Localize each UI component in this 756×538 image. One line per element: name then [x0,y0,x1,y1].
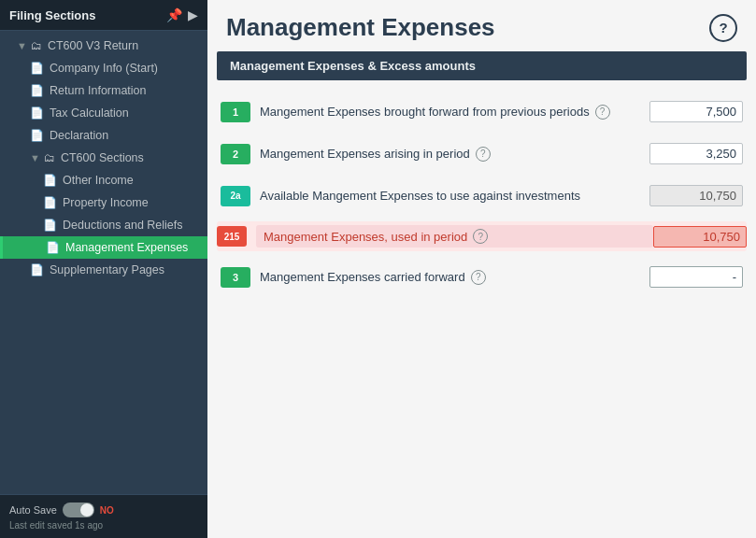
field-number-3: 3 [221,267,250,288]
form-row-field2: 2 Mangement Expenses arising in period ? [217,137,747,170]
sidebar: Filing Sections 📌 ▶ ▼ 🗂 CT600 V3 Return … [0,0,207,538]
doc-icon: 📄 [43,219,57,232]
folder-icon: 🗂 [31,39,42,52]
autosave-toggle[interactable] [63,503,94,517]
sidebar-item-deductions-reliefs[interactable]: 📄 Deductions and Reliefs [0,214,207,236]
pin-icon[interactable]: 📌 [166,7,182,22]
sidebar-item-other-income[interactable]: 📄 Other Income [0,169,207,191]
field-help-icon-215[interactable]: ? [473,229,488,244]
field-label-215: Mangement Expenses, used in period ? [256,225,653,248]
doc-icon: 📄 [30,106,44,120]
expand-icon[interactable]: ▶ [188,7,198,22]
toggle-knob [80,503,93,517]
main-content: Management Expenses ? Management Expense… [207,0,756,538]
sidebar-header-icons: 📌 ▶ [166,7,198,22]
section-header: Management Expenses & Excess amounts [217,51,747,80]
nav-label-supplementary-pages: Supplementary Pages [50,263,164,276]
nav-label-ct600-sections: CT600 Sections [61,151,144,164]
field-help-icon-2[interactable]: ? [476,147,491,162]
sidebar-title: Filing Sections [9,8,95,22]
field-number-2: 2 [221,144,250,164]
last-edit-text: Last edit saved 1s ago [9,520,198,531]
app-container: Filing Sections 📌 ▶ ▼ 🗂 CT600 V3 Return … [0,0,756,538]
nav-label-return-info: Return Information [50,84,147,97]
field-number-215: 215 [217,226,247,247]
help-icon[interactable]: ? [709,14,737,42]
sidebar-item-return-info[interactable]: 📄 Return Information [0,79,207,102]
field-help-icon-1[interactable]: ? [595,105,610,120]
sidebar-header: Filing Sections 📌 ▶ [0,0,207,31]
sidebar-item-supplementary-pages[interactable]: 📄 Supplementary Pages [0,259,207,281]
autosave-row: Auto Save NO [9,503,198,517]
page-header: Management Expenses ? [207,0,756,51]
form-row-field1: 1 Mangement Expenses brought forward fro… [217,95,747,128]
field-label-1: Mangement Expenses brought forward from … [260,105,649,120]
nav-label-property-income: Property Income [63,196,149,209]
folder-icon: 🗂 [44,151,55,164]
field-label-2: Mangement Expenses arising in period ? [260,147,649,162]
doc-icon: 📄 [46,241,60,254]
field-input-2a [649,185,743,206]
field-help-icon-3[interactable]: ? [471,270,486,285]
nav-label-declaration: Declaration [50,129,108,142]
nav-label-company-info: Company Info (Start) [50,62,158,75]
form-row-field2a: 2a Available Mangement Expenses to use a… [217,179,747,212]
nav-label-tax-calc: Tax Calculation [50,106,129,120]
doc-icon: 📄 [43,196,57,209]
field-input-215[interactable] [653,226,747,248]
nav-label-management-expenses: Management Expenses [65,241,188,254]
doc-icon: 📄 [30,84,44,97]
nav-label-other-income: Other Income [63,174,134,187]
field-input-1[interactable] [649,101,743,122]
sidebar-item-property-income[interactable]: 📄 Property Income [0,191,207,214]
sidebar-item-company-info[interactable]: 📄 Company Info (Start) [0,57,207,79]
tree-arrow-icon: ▼ [17,40,27,51]
sidebar-item-management-expenses[interactable]: 📄 Management Expenses [0,236,207,259]
sidebar-footer: Auto Save NO Last edit saved 1s ago [0,494,207,538]
form-row-field3: 3 Mangement Expenses carried forward ? [217,261,747,293]
field-number-2a: 2a [221,186,250,206]
form-area: 1 Mangement Expenses brought forward fro… [207,80,756,308]
autosave-label: Auto Save [9,504,57,516]
nav-label-deductions-reliefs: Deductions and Reliefs [63,219,183,232]
field-number-1: 1 [221,102,250,122]
form-row-field215: 215 Mangement Expenses, used in period ? [217,221,747,251]
toggle-state-label: NO [100,505,114,516]
tree-arrow-icon: ▼ [30,152,40,163]
sidebar-nav: ▼ 🗂 CT600 V3 Return 📄 Company Info (Star… [0,31,207,494]
field-input-2[interactable] [649,143,743,164]
field-input-3[interactable] [649,266,743,288]
nav-label-ct600: CT600 V3 Return [48,39,138,52]
sidebar-item-ct600-sections[interactable]: ▼ 🗂 CT600 Sections [0,147,207,169]
field-label-2a: Available Mangement Expenses to use agai… [260,189,649,203]
page-title: Management Expenses [226,13,495,42]
field-label-3: Mangement Expenses carried forward ? [260,270,649,285]
doc-icon: 📄 [43,174,57,187]
doc-icon: 📄 [30,263,44,276]
doc-icon: 📄 [30,62,44,75]
sidebar-item-declaration[interactable]: 📄 Declaration [0,124,207,147]
doc-icon: 📄 [30,129,44,142]
sidebar-item-ct600-return[interactable]: ▼ 🗂 CT600 V3 Return [0,35,207,57]
sidebar-item-tax-calc[interactable]: 📄 Tax Calculation [0,102,207,124]
